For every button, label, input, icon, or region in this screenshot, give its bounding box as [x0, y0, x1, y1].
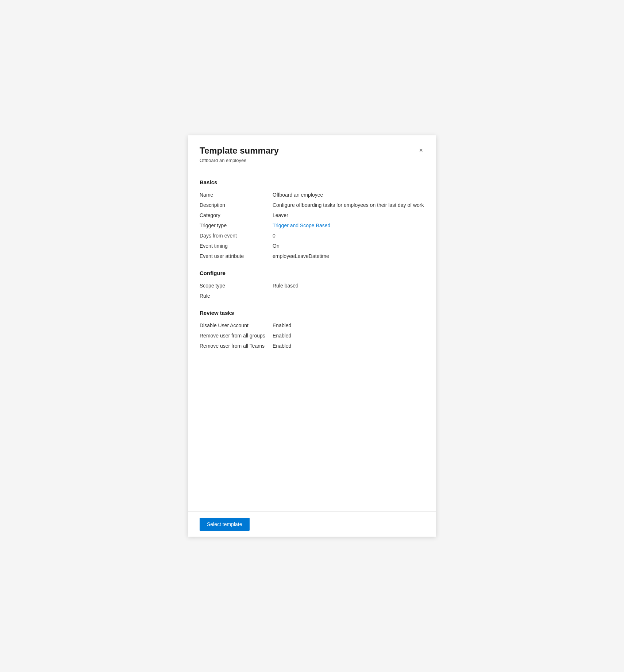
- field-event-user-attribute: Event user attribute employeeLeaveDateti…: [200, 251, 424, 261]
- field-label-event-user-attribute: Event user attribute: [200, 253, 273, 259]
- field-label-disable-user-account: Disable User Account: [200, 323, 273, 328]
- field-scope-type: Scope type Rule based: [200, 281, 424, 291]
- review-tasks-section: Review tasks Disable User Account Enable…: [200, 310, 424, 351]
- field-value-remove-from-teams: Enabled: [273, 343, 424, 349]
- field-value-event-user-attribute: employeeLeaveDatetime: [273, 253, 424, 259]
- field-label-scope-type: Scope type: [200, 283, 273, 289]
- field-value-name: Offboard an employee: [273, 192, 424, 198]
- field-rule: Rule: [200, 291, 424, 301]
- basics-section: Basics Name Offboard an employee Descrip…: [200, 179, 424, 261]
- panel-header: Template summary Offboard an employee ×: [188, 135, 436, 169]
- field-value-scope-type: Rule based: [273, 283, 424, 289]
- configure-heading: Configure: [200, 270, 424, 276]
- field-value-disable-user-account: Enabled: [273, 323, 424, 328]
- panel-title-group: Template summary Offboard an employee: [200, 146, 279, 163]
- field-name: Name Offboard an employee: [200, 190, 424, 200]
- field-event-timing: Event timing On: [200, 241, 424, 251]
- panel-footer: Select template: [188, 511, 436, 537]
- field-remove-from-groups: Remove user from all groups Enabled: [200, 331, 424, 341]
- field-label-trigger-type: Trigger type: [200, 223, 273, 228]
- field-label-event-timing: Event timing: [200, 243, 273, 249]
- field-label-remove-from-groups: Remove user from all groups: [200, 333, 273, 339]
- field-value-event-timing: On: [273, 243, 424, 249]
- field-label-days-from-event: Days from event: [200, 233, 273, 239]
- field-value-days-from-event: 0: [273, 233, 424, 239]
- field-value-trigger-type: Trigger and Scope Based: [273, 223, 424, 228]
- field-label-name: Name: [200, 192, 273, 198]
- field-value-category: Leaver: [273, 212, 424, 218]
- field-label-description: Description: [200, 202, 273, 208]
- panel-subtitle: Offboard an employee: [200, 158, 279, 163]
- panel-title: Template summary: [200, 146, 279, 156]
- field-description: Description Configure offboarding tasks …: [200, 200, 424, 210]
- field-category: Category Leaver: [200, 210, 424, 220]
- field-remove-from-teams: Remove user from all Teams Enabled: [200, 341, 424, 351]
- review-tasks-heading: Review tasks: [200, 310, 424, 316]
- configure-section: Configure Scope type Rule based Rule: [200, 270, 424, 301]
- field-label-category: Category: [200, 212, 273, 218]
- field-label-rule: Rule: [200, 293, 273, 299]
- select-template-button[interactable]: Select template: [200, 518, 250, 531]
- field-days-from-event: Days from event 0: [200, 231, 424, 241]
- template-summary-panel: Template summary Offboard an employee × …: [188, 135, 436, 537]
- field-trigger-type: Trigger type Trigger and Scope Based: [200, 220, 424, 231]
- basics-heading: Basics: [200, 179, 424, 185]
- field-label-remove-from-teams: Remove user from all Teams: [200, 343, 273, 349]
- field-value-remove-from-groups: Enabled: [273, 333, 424, 339]
- field-value-description: Configure offboarding tasks for employee…: [273, 202, 424, 208]
- field-disable-user-account: Disable User Account Enabled: [200, 320, 424, 331]
- panel-content: Basics Name Offboard an employee Descrip…: [188, 169, 436, 511]
- close-button[interactable]: ×: [417, 146, 424, 155]
